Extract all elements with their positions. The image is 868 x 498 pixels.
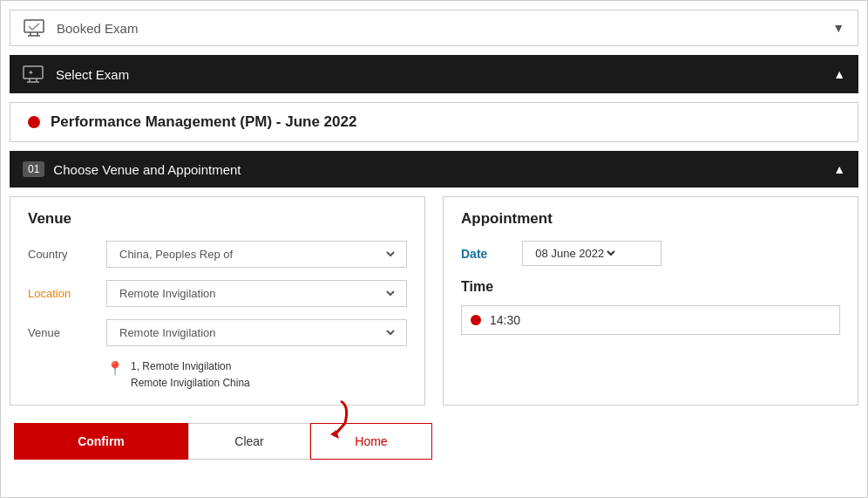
date-label: Date (461, 247, 487, 261)
location-pin-icon: 📍 (106, 360, 124, 377)
exam-name-section: Performance Management (PM) - June 2022 (10, 102, 858, 142)
footer-buttons: Confirm Clear Home (10, 414, 858, 468)
svg-rect-0 (24, 20, 44, 32)
choose-venue-section: 01 Choose Venue and Appointment ▲ (10, 151, 858, 188)
time-section-title: Time (461, 279, 840, 295)
confirm-button[interactable]: Confirm (14, 423, 188, 460)
booked-exam-title: Booked Exam (57, 21, 138, 36)
exam-selected-indicator (28, 116, 40, 128)
monitor-icon: ✦ (23, 65, 47, 83)
appointment-panel: Appointment Date 08 June 2022 Time 14:30 (443, 196, 858, 406)
home-button[interactable]: Home (310, 423, 432, 460)
venue-number-badge: 01 (23, 161, 44, 177)
address-text: 1, Remote Invigilation Remote Invigilati… (131, 358, 250, 392)
country-row: Country China, Peoples Rep of (28, 241, 407, 268)
select-exam-title: Select Exam (56, 67, 129, 82)
time-value: 14:30 (490, 313, 520, 327)
country-select[interactable]: China, Peoples Rep of (106, 241, 407, 268)
exam-name-text: Performance Management (PM) - June 2022 (51, 113, 356, 131)
choose-venue-left: 01 Choose Venue and Appointment (23, 161, 241, 177)
time-option[interactable]: 14:30 (461, 305, 840, 335)
clear-button[interactable]: Clear (188, 423, 310, 460)
select-exam-left: ✦ Select Exam (23, 65, 129, 83)
monitor-check-icon (24, 19, 48, 37)
venue-panel-title: Venue (28, 210, 407, 228)
chevron-up-icon[interactable]: ▲ (833, 67, 845, 81)
location-row: Location Remote Invigilation (28, 280, 407, 307)
date-row: Date 08 June 2022 (461, 241, 840, 266)
location-label: Location (28, 287, 93, 300)
venue-label: Venue (28, 326, 93, 339)
booked-exam-left: Booked Exam (24, 19, 138, 37)
select-exam-section: ✦ Select Exam ▲ (10, 55, 858, 93)
address-row: 📍 1, Remote Invigilation Remote Invigila… (28, 358, 407, 392)
svg-text:✦: ✦ (28, 69, 34, 77)
date-select-wrapper[interactable]: 08 June 2022 (522, 241, 661, 266)
venue-dropdown[interactable]: Remote Invigilation (116, 325, 397, 340)
time-selected-indicator (471, 315, 481, 325)
address-line1: 1, Remote Invigilation (131, 360, 231, 372)
choose-venue-chevron-up-icon[interactable]: ▲ (833, 162, 845, 176)
booked-exam-section: Booked Exam ▼ (10, 10, 858, 46)
location-dropdown[interactable]: Remote Invigilation (116, 286, 397, 301)
choose-venue-title: Choose Venue and Appointment (53, 162, 241, 177)
venue-row: Venue Remote Invigilation (28, 319, 407, 346)
venue-select[interactable]: Remote Invigilation (106, 319, 407, 346)
date-dropdown[interactable]: 08 June 2022 (532, 246, 618, 261)
appointment-panel-title: Appointment (461, 210, 840, 228)
chevron-down-icon[interactable]: ▼ (832, 21, 844, 35)
venue-panel: Venue Country China, Peoples Rep of Loca… (10, 196, 425, 406)
location-select[interactable]: Remote Invigilation (106, 280, 407, 307)
address-line2: Remote Invigilation China (131, 377, 250, 389)
country-label: Country (28, 248, 93, 261)
country-dropdown[interactable]: China, Peoples Rep of (116, 247, 397, 262)
venue-appointment-content: Venue Country China, Peoples Rep of Loca… (10, 196, 858, 406)
